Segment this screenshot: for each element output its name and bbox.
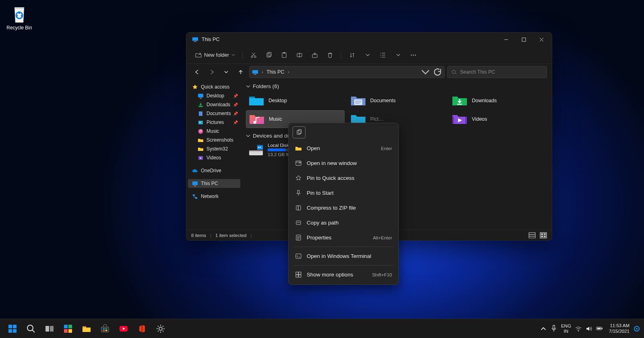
folder-open-icon xyxy=(295,145,302,152)
tray-battery[interactable] xyxy=(596,326,603,332)
back-button[interactable] xyxy=(191,66,203,78)
sidebar-item-videos[interactable]: Videos xyxy=(188,153,240,162)
share-button[interactable] xyxy=(308,49,322,61)
svg-point-14 xyxy=(415,54,416,56)
folder-downloads[interactable]: Downloads xyxy=(449,92,548,109)
sidebar-item-screenshots[interactable]: Screenshots xyxy=(188,136,240,144)
ctx-copy-path[interactable]: Copy as path xyxy=(291,215,396,230)
copy-button[interactable] xyxy=(262,49,276,61)
svg-rect-55 xyxy=(296,272,298,274)
search-button[interactable] xyxy=(23,321,39,337)
svg-rect-26 xyxy=(192,181,198,185)
cut-button[interactable] xyxy=(247,49,260,61)
svg-rect-54 xyxy=(296,254,301,258)
chevron-down-icon xyxy=(365,53,370,57)
up-button[interactable] xyxy=(235,66,247,78)
new-folder-button[interactable]: New folder xyxy=(192,49,238,61)
tray-chevron-up[interactable] xyxy=(540,326,547,332)
recycle-bin[interactable]: Recycle Bin xyxy=(4,4,35,31)
paste-button[interactable] xyxy=(277,49,291,61)
taskbar-youtube[interactable] xyxy=(115,321,132,337)
svg-rect-30 xyxy=(249,97,255,98)
widgets-button[interactable] xyxy=(60,321,76,337)
address-bar[interactable]: › This PC › xyxy=(249,66,445,78)
search-box[interactable]: Search This PC xyxy=(447,66,547,78)
task-view-button[interactable] xyxy=(41,321,58,337)
tray-volume[interactable] xyxy=(586,326,592,332)
delete-button[interactable] xyxy=(323,49,337,61)
sidebar-item-music[interactable]: Music xyxy=(188,127,240,136)
pin-icon: 📌 xyxy=(233,120,238,125)
cut-icon xyxy=(250,52,257,58)
svg-rect-67 xyxy=(68,325,72,328)
svg-point-13 xyxy=(413,54,414,56)
rename-button[interactable] xyxy=(293,49,306,61)
details-view-button[interactable] xyxy=(528,232,536,239)
view-chevron[interactable] xyxy=(391,49,405,61)
recent-button[interactable] xyxy=(220,66,232,78)
sidebar-item-system32[interactable]: System32 xyxy=(188,144,240,153)
sidebar-item-downloads[interactable]: Downloads📌 xyxy=(188,100,240,109)
close-button[interactable] xyxy=(533,33,550,46)
tray-microphone[interactable] xyxy=(551,326,557,332)
sidebar-this-pc[interactable]: This PC xyxy=(188,179,240,188)
taskbar-store[interactable] xyxy=(97,321,114,337)
download-icon xyxy=(198,102,204,108)
taskbar-office[interactable] xyxy=(134,321,151,337)
folder-desktop[interactable]: Desktop xyxy=(246,92,345,109)
view-button[interactable] xyxy=(376,49,390,61)
ctx-compress-zip[interactable]: Compress to ZIP file xyxy=(291,200,396,215)
copy-icon xyxy=(296,129,302,136)
nav-row: › This PC › Search This PC xyxy=(186,64,552,80)
properties-icon xyxy=(295,234,302,241)
language-indicator[interactable]: ENGIN xyxy=(561,324,571,334)
sidebar-item-desktop[interactable]: Desktop📌 xyxy=(188,91,240,100)
sort-chevron[interactable] xyxy=(361,49,374,61)
sidebar-network[interactable]: Network xyxy=(188,192,240,201)
start-button[interactable] xyxy=(4,321,21,337)
ctx-pin-start[interactable]: Pin to Start xyxy=(291,185,396,200)
titlebar[interactable]: This PC xyxy=(186,33,552,46)
ctx-open-new-window[interactable]: Open in new window xyxy=(291,156,396,171)
svg-rect-34 xyxy=(452,117,454,124)
sidebar-quick-access[interactable]: Quick access xyxy=(188,82,240,91)
music-folder-icon xyxy=(249,113,265,126)
ctx-show-more[interactable]: Show more optionsShift+F10 xyxy=(291,267,396,282)
svg-point-78 xyxy=(578,331,579,332)
sort-button[interactable] xyxy=(345,49,359,61)
svg-rect-47 xyxy=(544,236,546,237)
tray-wifi[interactable] xyxy=(575,326,582,332)
taskbar-settings[interactable] xyxy=(152,321,169,337)
maximize-button[interactable] xyxy=(515,33,533,46)
ctx-open[interactable]: OpenEnter xyxy=(291,141,396,156)
clock[interactable]: 11:53 AM7/15/2021 xyxy=(609,323,630,334)
ctx-properties[interactable]: PropertiesAlt+Enter xyxy=(291,230,396,245)
more-button[interactable] xyxy=(407,49,420,61)
folders-section-header[interactable]: Folders (6) xyxy=(246,83,548,89)
sidebar-item-documents[interactable]: Documents📌 xyxy=(188,109,240,118)
search-placeholder: Search This PC xyxy=(460,69,495,75)
forward-button[interactable] xyxy=(206,66,218,78)
system-tray: ENGIN 11:53 AM7/15/2021 xyxy=(540,323,640,334)
folder-documents[interactable]: Documents xyxy=(348,92,446,109)
svg-rect-32 xyxy=(457,104,462,105)
folder-videos[interactable]: Videos xyxy=(449,110,548,128)
icons-view-button[interactable] xyxy=(540,232,547,239)
desktop-icon xyxy=(198,93,204,99)
taskbar-explorer[interactable] xyxy=(78,321,95,337)
sidebar-onedrive[interactable]: OneDrive xyxy=(188,166,240,175)
ctx-open-terminal[interactable]: Open in Windows Terminal xyxy=(291,249,396,264)
svg-rect-69 xyxy=(68,329,72,333)
ctx-copy-button[interactable] xyxy=(293,126,305,138)
tray-notifications[interactable] xyxy=(634,326,640,332)
breadcrumb[interactable]: This PC xyxy=(266,69,284,75)
svg-rect-2 xyxy=(194,41,196,42)
refresh-button[interactable] xyxy=(433,68,442,76)
ctx-pin-quick-access[interactable]: Pin to Quick access xyxy=(291,171,396,185)
new-window-icon xyxy=(295,160,302,167)
svg-rect-27 xyxy=(194,185,196,186)
sidebar-item-pictures[interactable]: Pictures📌 xyxy=(188,118,240,127)
paste-icon xyxy=(281,52,287,58)
minimize-button[interactable] xyxy=(497,33,515,46)
address-history-button[interactable] xyxy=(421,68,430,76)
